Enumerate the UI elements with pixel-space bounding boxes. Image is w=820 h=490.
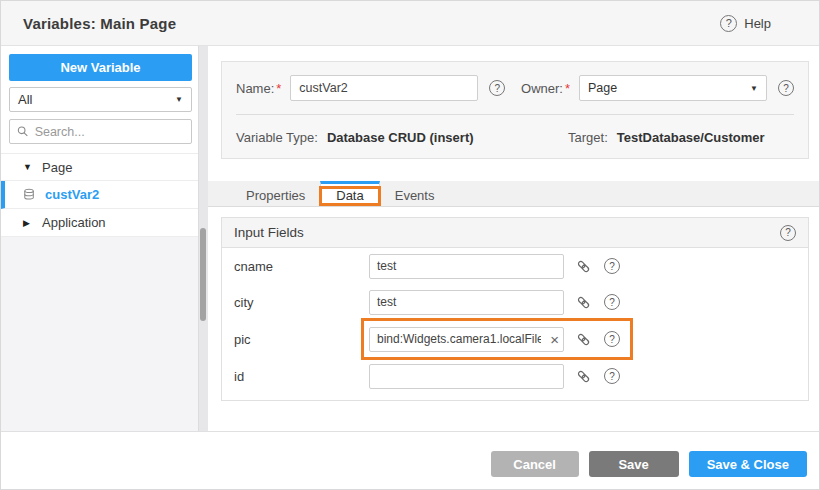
tab-label: Properties [246, 188, 305, 203]
tab-properties[interactable]: Properties [231, 181, 320, 206]
variable-type-label: Variable Type: [236, 130, 318, 145]
input-fields-section: Input Fields ? cname ? city [221, 217, 809, 401]
input-fields-header: Input Fields ? [222, 218, 808, 248]
id-field[interactable] [369, 364, 564, 389]
field-label: id [234, 369, 369, 384]
scrollbar-thumb[interactable] [200, 228, 206, 321]
tree-item-custvar2[interactable]: custVar2 [1, 181, 198, 209]
field-label: pic [234, 332, 369, 347]
owner-value: Page [588, 81, 617, 95]
search-input[interactable] [35, 125, 184, 139]
bind-link-icon[interactable] [576, 259, 591, 274]
save-button[interactable]: Save [589, 451, 679, 477]
tree-group-label: Page [42, 160, 72, 175]
input-fields-help-icon[interactable]: ? [780, 225, 796, 241]
cancel-button[interactable]: Cancel [491, 451, 579, 477]
new-variable-button[interactable]: New Variable [9, 54, 192, 81]
search-icon [17, 125, 29, 138]
field-label: cname [234, 259, 369, 274]
chevron-down-icon: ▼ [750, 84, 758, 93]
search-box [9, 119, 192, 144]
help-label: Help [744, 16, 771, 31]
name-help-icon[interactable]: ? [489, 80, 505, 96]
variable-type-value: Database CRUD (insert) [327, 130, 474, 145]
target-label: Target: [568, 130, 608, 145]
cname-field[interactable] [369, 254, 564, 279]
clear-binding-icon[interactable]: × [548, 330, 561, 349]
bind-link-icon[interactable] [576, 369, 591, 384]
field-help-icon[interactable]: ? [604, 368, 620, 384]
field-help-icon[interactable]: ? [604, 331, 620, 347]
variable-detail-panel: Name: * ? Owner: * Page ▼ ? Variable Typ… [208, 46, 820, 431]
tree-group-page[interactable]: ▼ Page [1, 153, 198, 181]
name-label: Name: [236, 81, 274, 96]
pic-field[interactable] [369, 327, 564, 352]
bind-link-icon[interactable] [576, 295, 591, 310]
bind-link-icon[interactable] [576, 332, 591, 347]
required-marker: * [565, 81, 570, 96]
target-value: TestDatabase/Customer [617, 130, 765, 145]
variable-summary-panel: Name: * ? Owner: * Page ▼ ? Variable Typ… [221, 61, 809, 159]
tree-group-label: Application [42, 215, 106, 230]
variable-filter-value: All [18, 92, 32, 107]
page-title: Variables: Main Page [23, 15, 176, 32]
database-variable-icon [23, 188, 36, 201]
field-help-icon[interactable]: ? [604, 258, 620, 274]
sidebar-empty-area [1, 237, 198, 431]
field-label: city [234, 295, 369, 310]
field-row-city: city ? [222, 284, 808, 320]
field-row-id: id ? [222, 358, 808, 394]
owner-help-icon[interactable]: ? [778, 80, 794, 96]
help-button[interactable]: ? Help [720, 15, 771, 32]
field-help-icon[interactable]: ? [604, 294, 620, 310]
sidebar-scrollbar[interactable] [198, 46, 208, 431]
caret-down-icon: ▼ [23, 162, 33, 172]
field-row-cname: cname ? [222, 248, 808, 284]
variables-tree: ▼ Page custVar2 ▶ Application [1, 153, 198, 237]
save-and-close-button[interactable]: Save & Close [689, 451, 807, 477]
input-fields-title: Input Fields [234, 225, 304, 240]
required-marker: * [276, 81, 281, 96]
caret-right-icon: ▶ [23, 218, 33, 228]
detail-tabs: Properties Data Events [208, 181, 820, 207]
dialog-footer: Cancel Save Save & Close [1, 431, 820, 490]
variable-filter-select[interactable]: All ▼ [9, 87, 192, 112]
name-field[interactable] [290, 75, 478, 101]
title-bar: Variables: Main Page ? Help [1, 1, 820, 46]
variables-sidebar: New Variable All ▼ ▼ Page custVar2 [1, 46, 208, 431]
tree-group-application[interactable]: ▶ Application [1, 209, 198, 237]
tab-label: Data [336, 188, 363, 203]
owner-label: Owner: [521, 81, 563, 96]
tab-label: Events [395, 188, 435, 203]
chevron-down-icon: ▼ [175, 95, 183, 104]
owner-select[interactable]: Page ▼ [579, 75, 767, 101]
tab-events[interactable]: Events [380, 181, 450, 206]
city-field[interactable] [369, 290, 564, 315]
help-icon: ? [720, 15, 737, 32]
field-row-pic: pic × ? [222, 320, 808, 358]
tree-item-label: custVar2 [45, 187, 99, 202]
tab-data[interactable]: Data [320, 181, 379, 206]
